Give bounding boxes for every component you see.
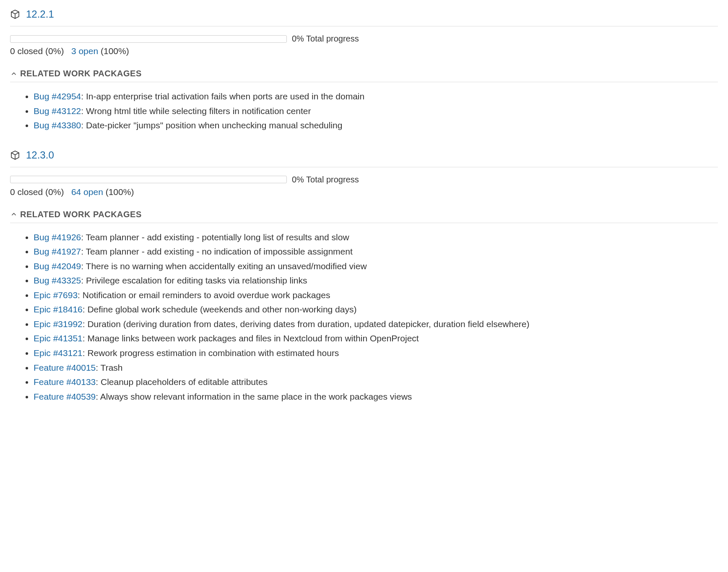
chevron-up-icon [10,70,18,78]
progress-row: 0% Total progress [10,175,718,185]
work-package-title: Privilege escalation for editing tasks v… [86,276,307,285]
list-item: Bug #43380: Date-picker "jumps" position… [34,119,718,133]
work-package-link[interactable]: Feature #40015 [34,363,96,372]
progress-percent: 0% [292,34,304,43]
list-item: Epic #43121: Rework progress estimation … [34,346,718,360]
work-package-title: Define global work schedule (weekends an… [87,304,356,314]
work-package-link[interactable]: Bug #41926 [34,232,81,242]
work-package-link[interactable]: Feature #40133 [34,377,96,387]
separator: : [83,319,88,329]
work-package-title: Team planner - add existing - potentiall… [86,232,349,242]
progress-label: Total progress [306,175,359,184]
open-percent: (100%) [101,46,129,56]
chevron-up-icon [10,211,18,218]
progress-text: 0% Total progress [292,175,359,185]
version-header: 12.2.1 [10,8,718,26]
work-package-title: Manage links between work packages and f… [87,333,419,343]
list-item: Epic #18416: Define global work schedule… [34,303,718,317]
work-package-title: Wrong html title while selecting filters… [86,106,311,116]
list-item: Epic #7693: Notification or email remind… [34,289,718,302]
work-package-title: Date-picker "jumps" position when unchec… [86,120,342,130]
open-count-link[interactable]: 64 open [71,187,103,197]
progress-bar [10,35,287,43]
work-package-link[interactable]: Epic #31992 [34,319,83,329]
separator: : [81,106,86,116]
list-item: Bug #41926: Team planner - add existing … [34,231,718,244]
separator: : [81,232,86,242]
list-item: Feature #40539: Always show relevant inf… [34,390,718,404]
separator: : [78,290,83,300]
separator: : [81,276,86,285]
list-item: Feature #40015: Trash [34,361,718,375]
progress-text: 0% Total progress [292,34,359,44]
work-package-link[interactable]: Epic #7693 [34,290,78,300]
separator: : [83,333,88,343]
work-package-title: Rework progress estimation in combinatio… [87,348,339,358]
package-icon [10,150,20,160]
open-count-link[interactable]: 3 open [71,46,98,56]
work-package-list: Bug #41926: Team planner - add existing … [10,231,718,404]
progress-label: Total progress [306,34,359,43]
work-package-link[interactable]: Bug #42049 [34,261,81,271]
separator: : [81,261,86,271]
progress-row: 0% Total progress [10,34,718,44]
work-package-title: Cleanup placeholders of editable attribu… [101,377,268,387]
section-label: RELATED WORK PACKAGES [20,210,142,219]
open-percent: (100%) [106,187,134,197]
related-work-packages-toggle[interactable]: RELATED WORK PACKAGES [10,69,718,82]
separator: : [81,120,86,130]
counts-row: 0 closed (0%) 64 open (100%) [10,187,718,197]
closed-count: 0 closed (0%) [10,187,64,197]
separator: : [96,363,100,372]
work-package-link[interactable]: Epic #18416 [34,304,83,314]
list-item: Bug #43325: Privilege escalation for edi… [34,274,718,288]
progress-bar [10,176,287,183]
list-item: Epic #31992: Duration (deriving duration… [34,317,718,331]
work-package-title: Notification or email reminders to avoid… [83,290,330,300]
list-item: Feature #40133: Cleanup placeholders of … [34,375,718,389]
version-header: 12.3.0 [10,149,718,167]
counts-row: 0 closed (0%) 3 open (100%) [10,46,718,56]
separator: : [81,247,86,256]
work-package-list: Bug #42954: In-app enterprise trial acti… [10,90,718,133]
work-package-title: Always show relevant information in the … [100,392,412,401]
work-package-title: Team planner - add existing - no indicat… [86,247,353,256]
progress-percent: 0% [292,175,304,184]
work-package-link[interactable]: Bug #41927 [34,247,81,256]
section-label: RELATED WORK PACKAGES [20,69,142,78]
closed-count: 0 closed (0%) [10,46,64,56]
related-work-packages-toggle[interactable]: RELATED WORK PACKAGES [10,210,718,223]
separator: : [96,377,101,387]
separator: : [96,392,100,401]
work-package-title: There is no warning when accidentally ex… [86,261,367,271]
work-package-link[interactable]: Bug #42954 [34,91,81,101]
work-package-link[interactable]: Bug #43122 [34,106,81,116]
version-link[interactable]: 12.2.1 [26,8,54,20]
separator: : [83,304,88,314]
work-package-link[interactable]: Epic #43121 [34,348,83,358]
list-item: Bug #42954: In-app enterprise trial acti… [34,90,718,104]
list-item: Epic #41351: Manage links between work p… [34,332,718,346]
list-item: Bug #42049: There is no warning when acc… [34,260,718,273]
work-package-link[interactable]: Feature #40539 [34,392,96,401]
work-package-link[interactable]: Bug #43380 [34,120,81,130]
version-link[interactable]: 12.3.0 [26,149,54,161]
package-icon [10,9,20,19]
version-block: 12.3.00% Total progress0 closed (0%) 64 … [10,149,718,404]
work-package-link[interactable]: Bug #43325 [34,276,81,285]
version-block: 12.2.10% Total progress0 closed (0%) 3 o… [10,8,718,133]
work-package-title: Duration (deriving duration from dates, … [87,319,529,329]
work-package-link[interactable]: Epic #41351 [34,333,83,343]
list-item: Bug #41927: Team planner - add existing … [34,245,718,259]
separator: : [81,91,86,101]
separator: : [83,348,88,358]
work-package-title: In-app enterprise trial activation fails… [86,91,364,101]
list-item: Bug #43122: Wrong html title while selec… [34,104,718,118]
work-package-title: Trash [101,363,123,372]
